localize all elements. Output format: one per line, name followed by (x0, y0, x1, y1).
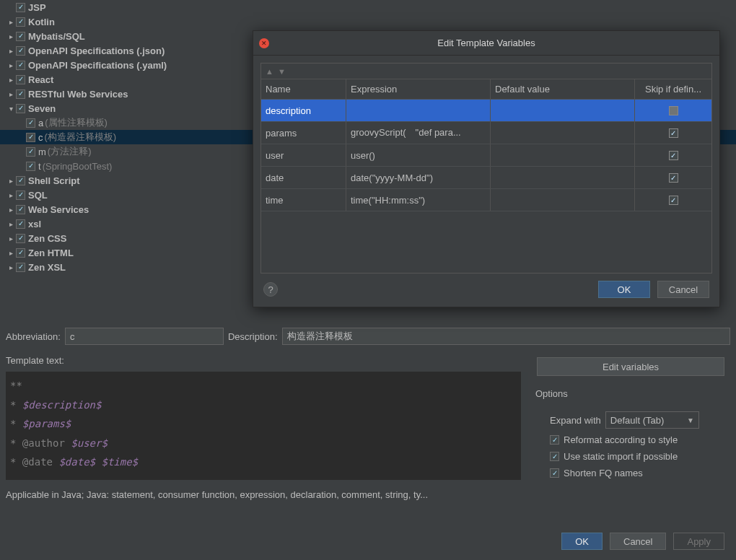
chevron-right-icon[interactable]: ▸ (6, 175, 16, 185)
checkbox[interactable] (16, 32, 25, 41)
tree-item-react[interactable]: React (28, 74, 53, 85)
cell-skip[interactable] (635, 100, 711, 122)
checkbox[interactable] (16, 219, 25, 229)
apply-button[interactable]: Apply (673, 533, 724, 550)
cell-default[interactable] (491, 144, 635, 167)
checkbox[interactable] (26, 118, 35, 128)
move-down-icon[interactable]: ▼ (278, 67, 286, 76)
chevron-right-icon[interactable]: ▸ (6, 219, 16, 229)
ok-button[interactable]: OK (561, 533, 603, 550)
scrollbar[interactable] (521, 372, 528, 480)
chevron-right-icon[interactable]: ▸ (6, 17, 16, 27)
checkbox-static-import[interactable] (550, 452, 559, 461)
skip-checkbox[interactable] (669, 173, 678, 183)
chevron-right-icon[interactable]: ▸ (6, 74, 16, 84)
checkbox[interactable] (16, 3, 25, 12)
chevron-right-icon[interactable]: ▸ (6, 204, 16, 214)
checkbox[interactable] (16, 205, 25, 214)
checkbox[interactable] (16, 17, 25, 27)
help-button[interactable]: ? (263, 282, 278, 297)
tree-item-webservices[interactable]: Web Services (28, 204, 89, 215)
checkbox[interactable] (16, 234, 25, 243)
tree-item-xsl[interactable]: xsl (28, 219, 41, 229)
cell-default[interactable] (491, 189, 635, 211)
expand-with-select[interactable]: Default (Tab)▼ (605, 411, 699, 429)
cell-expression[interactable]: date("yyyy-MM-dd") (346, 167, 491, 189)
tree-item-m[interactable]: m (38, 146, 46, 157)
cell-expression[interactable]: user() (346, 144, 491, 167)
tree-item-kotlin[interactable]: Kotlin (28, 17, 55, 27)
abbreviation-input[interactable] (65, 328, 224, 345)
chevron-right-icon[interactable]: ▸ (6, 190, 16, 200)
col-skip[interactable]: Skip if defin... (635, 79, 711, 99)
cell-skip[interactable] (635, 144, 711, 167)
tree-item-zencss[interactable]: Zen CSS (28, 233, 66, 244)
cancel-button[interactable]: Cancel (657, 281, 709, 298)
tree-item-c[interactable]: c (38, 132, 43, 143)
cell-name[interactable]: params (261, 122, 346, 144)
cell-name[interactable]: user (261, 144, 346, 167)
checkbox[interactable] (16, 89, 25, 99)
tree-item-zenxsl[interactable]: Zen XSL (28, 262, 66, 273)
checkbox[interactable] (16, 75, 25, 84)
skip-checkbox[interactable] (669, 128, 678, 138)
table-row[interactable]: useruser() (261, 144, 711, 167)
table-row[interactable]: timetime("HH:mm:ss") (261, 189, 711, 211)
tree-item-openapi-yaml[interactable]: OpenAPI Specifications (.yaml) (28, 60, 167, 71)
cell-name[interactable]: description (261, 100, 346, 122)
table-row[interactable]: paramsgroovyScript( "def para... (261, 122, 711, 144)
checkbox[interactable] (16, 248, 25, 258)
col-expression[interactable]: Expression (346, 79, 491, 99)
ok-button[interactable]: OK (598, 281, 650, 298)
checkbox[interactable] (26, 147, 35, 157)
cancel-button[interactable]: Cancel (610, 533, 666, 550)
cell-name[interactable]: time (261, 189, 346, 211)
chevron-right-icon[interactable]: ▸ (6, 262, 16, 272)
chevron-right-icon[interactable]: ▸ (6, 248, 16, 258)
checkbox[interactable] (16, 61, 25, 70)
checkbox[interactable] (16, 176, 25, 185)
checkbox[interactable] (16, 263, 25, 272)
chevron-right-icon[interactable]: ▸ (6, 45, 16, 56)
description-input[interactable] (282, 328, 730, 345)
cell-default[interactable] (491, 167, 635, 189)
skip-checkbox[interactable] (669, 196, 678, 205)
skip-checkbox[interactable] (669, 106, 678, 115)
tree-item-sql[interactable]: SQL (28, 190, 48, 201)
tree-item-jsp[interactable]: JSP (28, 2, 46, 13)
checkbox[interactable] (26, 133, 35, 142)
cell-default[interactable] (491, 122, 635, 144)
chevron-right-icon[interactable]: ▸ (6, 60, 16, 70)
cell-name[interactable]: date (261, 167, 346, 189)
chevron-right-icon[interactable]: ▸ (6, 31, 16, 41)
cell-expression[interactable]: time("HH:mm:ss") (346, 189, 491, 211)
tree-item-restful[interactable]: RESTful Web Services (28, 89, 128, 100)
checkbox[interactable] (16, 104, 25, 113)
cell-skip[interactable] (635, 167, 711, 189)
cell-skip[interactable] (635, 122, 711, 144)
tree-item-mybatis[interactable]: Mybatis/SQL (28, 31, 85, 42)
col-name[interactable]: Name (261, 79, 346, 99)
cell-expression[interactable] (346, 100, 491, 122)
move-up-icon[interactable]: ▲ (266, 67, 273, 76)
edit-variables-button[interactable]: Edit variables (537, 357, 724, 376)
chevron-down-icon[interactable]: ▾ (6, 103, 16, 113)
checkbox-reformat[interactable] (550, 435, 559, 445)
checkbox[interactable] (16, 46, 25, 56)
tree-item-seven[interactable]: Seven (28, 103, 56, 114)
dialog-titlebar[interactable]: ✕ Edit Template Variables (253, 31, 719, 56)
chevron-right-icon[interactable]: ▸ (6, 89, 16, 99)
skip-checkbox[interactable] (669, 151, 678, 160)
table-row[interactable]: datedate("yyyy-MM-dd") (261, 167, 711, 189)
tree-item-a[interactable]: a (38, 118, 43, 128)
col-default[interactable]: Default value (491, 79, 635, 99)
table-row[interactable]: description (261, 100, 711, 122)
chevron-right-icon[interactable]: ▸ (6, 233, 16, 243)
tree-item-t[interactable]: t (38, 161, 41, 172)
cell-skip[interactable] (635, 189, 711, 211)
checkbox-shorten-fq[interactable] (550, 468, 559, 478)
template-text-editor[interactable]: ** * $description$ * $params$ * @author … (6, 372, 528, 480)
cell-default[interactable] (491, 100, 635, 122)
checkbox[interactable] (16, 191, 25, 200)
tree-item-shellscript[interactable]: Shell Script (28, 175, 80, 186)
